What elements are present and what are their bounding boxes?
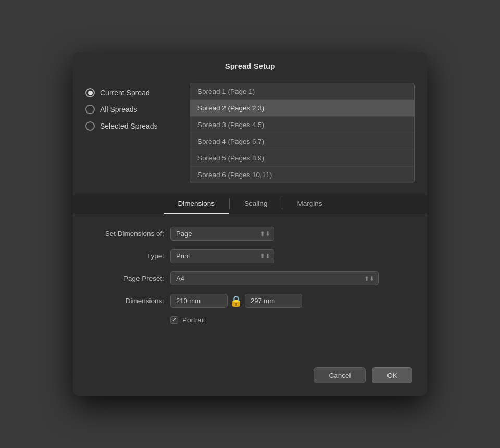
spread-item[interactable]: Spread 6 (Pages 10,11) xyxy=(190,167,414,183)
set-dimensions-select[interactable]: Page xyxy=(170,227,274,241)
radio-all-spreads[interactable]: All Spreads xyxy=(85,105,179,114)
portrait-checkbox[interactable]: ✓ xyxy=(170,316,178,324)
tabs-bar: Dimensions Scaling Margins xyxy=(73,194,427,214)
type-select-wrapper: Print ⬆⬇ xyxy=(170,249,274,263)
dialog-top-section: Current Spread All Spreads Selected Spre… xyxy=(73,78,427,194)
page-preset-label: Page Preset: xyxy=(89,275,164,282)
set-dimensions-control: Page ⬆⬇ xyxy=(170,227,274,241)
tab-scaling[interactable]: Scaling xyxy=(230,194,282,214)
dimensions-label: Dimensions: xyxy=(89,297,164,305)
page-preset-row: Page Preset: A4 ⬆⬇ xyxy=(89,271,411,285)
radio-circle-selected xyxy=(85,121,95,131)
set-dimensions-label: Set Dimensions of: xyxy=(89,230,164,238)
spread-item[interactable]: Spread 3 (Pages 4,5) xyxy=(190,117,414,133)
radio-label-all: All Spreads xyxy=(100,105,138,114)
page-preset-select-wrapper: A4 ⬆⬇ xyxy=(170,271,379,285)
height-input[interactable] xyxy=(245,294,302,308)
spread-item[interactable]: Spread 5 (Pages 8,9) xyxy=(190,150,414,167)
type-control: Print ⬆⬇ xyxy=(170,249,274,263)
tab-dimensions[interactable]: Dimensions xyxy=(164,194,230,214)
portrait-row: ✓ Portrait xyxy=(170,316,411,324)
set-dimensions-row: Set Dimensions of: Page ⬆⬇ xyxy=(89,227,411,241)
radio-label-selected: Selected Spreads xyxy=(100,122,158,130)
spread-item[interactable]: Spread 4 (Pages 6,7) xyxy=(190,133,414,150)
radio-circle-all xyxy=(85,105,95,114)
dialog-main-content: Set Dimensions of: Page ⬆⬇ Type: Print ⬆… xyxy=(73,214,427,357)
ok-button[interactable]: OK xyxy=(372,367,413,383)
spread-radio-group: Current Spread All Spreads Selected Spre… xyxy=(85,83,179,183)
cancel-button[interactable]: Cancel xyxy=(314,367,366,383)
type-label: Type: xyxy=(89,252,164,260)
portrait-checkmark: ✓ xyxy=(172,317,177,323)
radio-circle-current xyxy=(85,88,95,97)
type-row: Type: Print ⬆⬇ xyxy=(89,249,411,263)
page-preset-select[interactable]: A4 xyxy=(170,271,379,285)
page-preset-control: A4 ⬆⬇ xyxy=(170,271,379,285)
radio-current-spread[interactable]: Current Spread xyxy=(85,88,179,97)
tab-margins[interactable]: Margins xyxy=(282,194,336,214)
radio-selected-spreads[interactable]: Selected Spreads xyxy=(85,121,179,131)
tabs-section: Dimensions Scaling Margins xyxy=(73,194,427,214)
lock-icon[interactable]: 🔒 xyxy=(230,295,243,307)
spreads-list[interactable]: Spread 1 (Page 1)Spread 2 (Pages 2,3)Spr… xyxy=(190,83,415,183)
dialog-title: Spread Setup xyxy=(73,52,427,78)
radio-label-current: Current Spread xyxy=(100,89,150,97)
type-select[interactable]: Print xyxy=(170,249,274,263)
dimensions-row: Dimensions: 🔒 xyxy=(89,294,411,308)
portrait-label: Portrait xyxy=(182,316,205,324)
spread-item[interactable]: Spread 2 (Pages 2,3) xyxy=(190,100,414,117)
set-dimensions-select-wrapper: Page ⬆⬇ xyxy=(170,227,274,241)
dimensions-control: 🔒 xyxy=(170,294,302,308)
spread-item[interactable]: Spread 1 (Page 1) xyxy=(190,83,414,100)
dialog-footer: Cancel OK xyxy=(73,357,427,396)
spread-setup-dialog: Spread Setup Current Spread All Spreads … xyxy=(73,52,427,396)
width-input[interactable] xyxy=(170,294,228,308)
